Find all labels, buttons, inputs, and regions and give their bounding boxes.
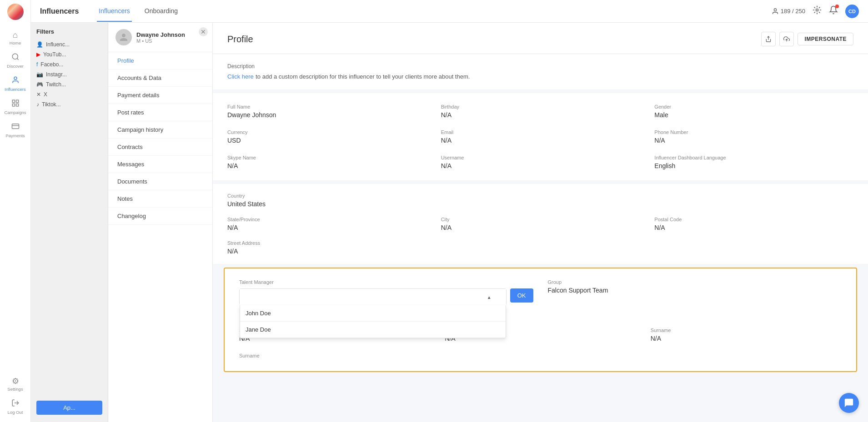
menu-item-changelog[interactable]: Changelog: [108, 208, 212, 225]
field-surname-bottom: Surname: [239, 353, 430, 360]
svg-rect-5: [12, 104, 15, 106]
field-value-skype: N/A: [227, 162, 426, 169]
tab-onboarding[interactable]: Onboarding: [143, 1, 180, 22]
field-label-postal: Postal Code: [654, 217, 853, 222]
menu-item-messages[interactable]: Messages: [108, 156, 212, 173]
talent-ok-button[interactable]: OK: [510, 288, 533, 303]
talent-manager-section: Talent Manager ▲ John Doe Jane Doe: [224, 268, 857, 372]
settings-header-icon[interactable]: [813, 5, 822, 17]
menu-item-profile[interactable]: Profile: [108, 52, 212, 70]
talent-select-trigger[interactable]: ▲: [240, 289, 506, 305]
talent-option-john-doe[interactable]: John Doe: [240, 305, 506, 322]
user-count-text: 189 / 250: [781, 8, 805, 15]
svg-point-11: [816, 9, 818, 11]
filter-youtube[interactable]: ▶ YouTub...: [36, 50, 102, 60]
profile-actions: IMPERSONATE: [761, 32, 853, 46]
field-value-username: N/A: [441, 162, 640, 169]
sidebar-item-settings[interactable]: ⚙ Settings: [0, 373, 30, 395]
field-street: Street Address N/A: [227, 240, 853, 255]
sidebar-item-payments[interactable]: Payments: [0, 119, 30, 142]
click-here-link[interactable]: Click here: [227, 73, 254, 80]
notification-icon[interactable]: [829, 5, 838, 17]
filter-influencer-icon: 👤: [36, 41, 43, 48]
field-label-country: Country: [227, 193, 853, 199]
field-value-gender: Male: [654, 111, 853, 119]
tab-influencers[interactable]: Influencers: [97, 1, 131, 22]
filters-title: Filters: [36, 28, 102, 35]
description-text: to add a custom description for this inf…: [256, 73, 470, 80]
sidebar-label-campaigns: Campaigns: [4, 110, 26, 115]
chat-button[interactable]: [839, 393, 859, 413]
influencer-name: Dwayne Johnson: [136, 31, 185, 38]
user-avatar: CD: [845, 5, 859, 18]
field-birthday: Birthday N/A: [441, 104, 640, 119]
filter-tiktok[interactable]: ♪ Tiktok...: [36, 99, 102, 109]
sidebar-label-payments: Payments: [5, 133, 25, 138]
filter-facebook[interactable]: f Facebo...: [36, 60, 102, 70]
sidebar-item-home[interactable]: ⌂ Home: [0, 27, 30, 49]
field-label-dashboard-lang: Influencer Dashboard Language: [654, 155, 853, 160]
field-label-gender: Gender: [654, 104, 853, 109]
description-section: Description Click here to add a custom d…: [213, 54, 868, 93]
field-value-email: N/A: [441, 137, 640, 144]
description-label: Description: [227, 63, 853, 70]
menu-item-payment[interactable]: Payment details: [108, 87, 212, 104]
sidebar-item-influencers[interactable]: Influencers: [0, 72, 30, 95]
talent-select-box: ▲ John Doe Jane Doe: [239, 288, 507, 306]
filter-x[interactable]: ✕ X: [36, 89, 102, 99]
filter-youtube-icon: ▶: [36, 51, 40, 58]
field-username: Username N/A: [441, 155, 640, 169]
fields-grid-1: Full Name Dwayne Johnson Birthday N/A Ge…: [213, 93, 868, 180]
field-value-postal: N/A: [654, 224, 853, 231]
filter-tiktok-label: Tiktok...: [42, 101, 61, 108]
top-header: Influencers Influencers Onboarding 189 /…: [31, 0, 868, 23]
side-menu-header: Dwayne Johnson M • US ✕: [108, 23, 212, 52]
menu-item-post-rates[interactable]: Post rates: [108, 104, 212, 121]
user-count: 189 / 250: [772, 8, 805, 15]
home-icon: ⌂: [13, 31, 18, 39]
field-label-surname-bottom: Surname: [239, 353, 430, 358]
group-col: Group Falcon Support Team: [548, 279, 842, 294]
upload-button[interactable]: [779, 32, 794, 46]
menu-item-accounts[interactable]: Accounts & Data: [108, 70, 212, 87]
sidebar-item-discover[interactable]: Discover: [0, 49, 30, 72]
talent-manager-row: Talent Manager ▲ John Doe Jane Doe: [239, 279, 842, 317]
svg-line-1: [17, 58, 18, 60]
share-button[interactable]: [761, 32, 776, 46]
field-value-state: N/A: [227, 224, 426, 231]
filter-facebook-label: Facebo...: [40, 61, 63, 68]
group-value: Falcon Support Team: [548, 287, 842, 294]
apply-filters-button[interactable]: Ap...: [36, 401, 102, 415]
filter-influencer[interactable]: 👤 Influenc...: [36, 40, 102, 50]
field-label-phone: Phone Number: [654, 129, 853, 135]
close-button[interactable]: ✕: [199, 27, 208, 36]
filter-twitch[interactable]: 🎮 Twitch...: [36, 79, 102, 89]
menu-item-contracts[interactable]: Contracts: [108, 139, 212, 156]
filters-panel: Filters 👤 Influenc... ▶ YouTub... f Face…: [31, 23, 108, 422]
field-value-city: N/A: [441, 224, 640, 231]
filter-instagram-label: Instagr...: [46, 71, 67, 78]
menu-item-notes[interactable]: Notes: [108, 190, 212, 208]
menu-item-documents[interactable]: Documents: [108, 173, 212, 190]
filter-twitch-label: Twitch...: [46, 81, 66, 88]
field-value-phone: N/A: [654, 137, 853, 144]
bottom-fields: Surname: [239, 353, 842, 360]
sidebar-item-logout[interactable]: Log Out: [0, 395, 30, 418]
field-surname-3: Surname N/A: [651, 328, 842, 342]
filter-instagram[interactable]: 📷 Instagr...: [36, 70, 102, 79]
field-dashboard-language: Influencer Dashboard Language English: [654, 155, 853, 169]
campaigns-icon: [11, 99, 20, 109]
svg-rect-7: [12, 124, 19, 129]
field-value-country: United States: [227, 200, 853, 208]
svg-rect-6: [16, 104, 18, 106]
svg-point-0: [12, 54, 18, 59]
header-right: 189 / 250 CD: [772, 5, 859, 18]
impersonate-button[interactable]: IMPERSONATE: [798, 33, 853, 45]
talent-option-jane-doe[interactable]: Jane Doe: [240, 322, 506, 338]
menu-item-campaign-history[interactable]: Campaign history: [108, 121, 212, 139]
influencer-gender: M: [136, 38, 140, 44]
chevron-up-icon: ▲: [487, 295, 492, 300]
sidebar-item-campaigns[interactable]: Campaigns: [0, 95, 30, 119]
field-value-currency: USD: [227, 137, 426, 144]
logout-icon: [11, 399, 20, 408]
